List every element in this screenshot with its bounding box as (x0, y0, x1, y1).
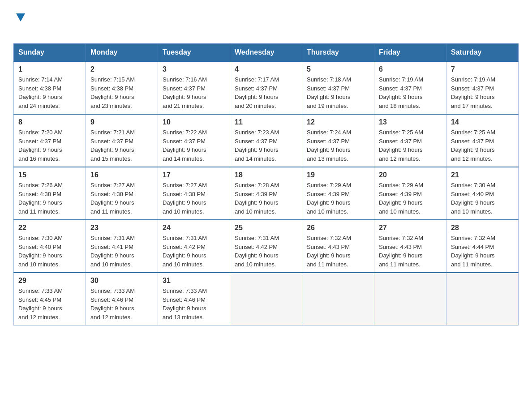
week-row-1: 1 Sunrise: 7:14 AM Sunset: 4:38 PM Dayli… (14, 61, 519, 114)
day-info: Sunrise: 7:27 AM Sunset: 4:38 PM Dayligh… (163, 181, 225, 216)
header-wednesday: Wednesday (230, 44, 302, 62)
day-info: Sunrise: 7:17 AM Sunset: 4:37 PM Dayligh… (235, 75, 297, 110)
logo (13, 13, 25, 34)
day-number: 8 (18, 118, 81, 126)
calendar-cell: 18 Sunrise: 7:28 AM Sunset: 4:39 PM Dayl… (230, 167, 302, 220)
day-number: 16 (90, 171, 153, 179)
header-thursday: Thursday (302, 44, 374, 62)
day-info: Sunrise: 7:32 AM Sunset: 4:44 PM Dayligh… (451, 234, 514, 269)
day-number: 11 (235, 118, 297, 126)
calendar-cell: 17 Sunrise: 7:27 AM Sunset: 4:38 PM Dayl… (158, 167, 230, 220)
day-info: Sunrise: 7:31 AM Sunset: 4:41 PM Dayligh… (90, 234, 153, 269)
day-info: Sunrise: 7:32 AM Sunset: 4:43 PM Dayligh… (379, 234, 442, 269)
calendar-cell: 6 Sunrise: 7:19 AM Sunset: 4:37 PM Dayli… (374, 61, 446, 114)
day-number: 6 (379, 65, 442, 73)
header-tuesday: Tuesday (158, 44, 230, 62)
calendar-cell: 14 Sunrise: 7:25 AM Sunset: 4:37 PM Dayl… (446, 114, 519, 167)
calendar-cell: 24 Sunrise: 7:31 AM Sunset: 4:42 PM Dayl… (158, 220, 230, 273)
day-number: 25 (235, 224, 297, 232)
calendar-cell: 15 Sunrise: 7:26 AM Sunset: 4:38 PM Dayl… (14, 167, 86, 220)
day-info: Sunrise: 7:26 AM Sunset: 4:38 PM Dayligh… (18, 181, 81, 216)
day-number: 21 (451, 171, 514, 179)
day-info: Sunrise: 7:30 AM Sunset: 4:40 PM Dayligh… (18, 234, 81, 269)
calendar-cell: 21 Sunrise: 7:30 AM Sunset: 4:40 PM Dayl… (446, 167, 519, 220)
day-number: 14 (451, 118, 514, 126)
header-monday: Monday (86, 44, 158, 62)
day-header-row: Sunday Monday Tuesday Wednesday Thursday… (14, 44, 519, 62)
day-info: Sunrise: 7:15 AM Sunset: 4:38 PM Dayligh… (90, 75, 153, 110)
day-info: Sunrise: 7:31 AM Sunset: 4:42 PM Dayligh… (163, 234, 225, 269)
day-number: 26 (307, 224, 369, 232)
header-sunday: Sunday (14, 44, 86, 62)
day-number: 12 (307, 118, 369, 126)
calendar-cell: 10 Sunrise: 7:22 AM Sunset: 4:37 PM Dayl… (158, 114, 230, 167)
day-number: 18 (235, 171, 297, 179)
calendar-cell (446, 273, 519, 325)
day-number: 13 (379, 118, 442, 126)
logo-line1 (13, 13, 25, 23)
calendar-cell: 25 Sunrise: 7:31 AM Sunset: 4:42 PM Dayl… (230, 220, 302, 273)
day-info: Sunrise: 7:19 AM Sunset: 4:37 PM Dayligh… (379, 75, 442, 110)
day-info: Sunrise: 7:19 AM Sunset: 4:37 PM Dayligh… (451, 75, 514, 110)
calendar-cell: 20 Sunrise: 7:29 AM Sunset: 4:39 PM Dayl… (374, 167, 446, 220)
calendar-cell (302, 273, 374, 325)
calendar-cell: 23 Sunrise: 7:31 AM Sunset: 4:41 PM Dayl… (86, 220, 158, 273)
week-row-2: 8 Sunrise: 7:20 AM Sunset: 4:37 PM Dayli… (14, 114, 519, 167)
calendar-cell: 28 Sunrise: 7:32 AM Sunset: 4:44 PM Dayl… (446, 220, 519, 273)
day-number: 3 (163, 65, 225, 73)
calendar-cell: 30 Sunrise: 7:33 AM Sunset: 4:46 PM Dayl… (86, 273, 158, 325)
week-row-4: 22 Sunrise: 7:30 AM Sunset: 4:40 PM Dayl… (14, 220, 519, 273)
day-info: Sunrise: 7:24 AM Sunset: 4:37 PM Dayligh… (307, 128, 369, 163)
calendar-cell: 29 Sunrise: 7:33 AM Sunset: 4:45 PM Dayl… (14, 273, 86, 325)
calendar-cell: 5 Sunrise: 7:18 AM Sunset: 4:37 PM Dayli… (302, 61, 374, 114)
day-info: Sunrise: 7:18 AM Sunset: 4:37 PM Dayligh… (307, 75, 369, 110)
calendar-cell: 1 Sunrise: 7:14 AM Sunset: 4:38 PM Dayli… (14, 61, 86, 114)
week-row-5: 29 Sunrise: 7:33 AM Sunset: 4:45 PM Dayl… (14, 273, 519, 325)
calendar-cell: 16 Sunrise: 7:27 AM Sunset: 4:38 PM Dayl… (86, 167, 158, 220)
day-info: Sunrise: 7:29 AM Sunset: 4:39 PM Dayligh… (307, 181, 369, 216)
calendar-cell: 13 Sunrise: 7:25 AM Sunset: 4:37 PM Dayl… (374, 114, 446, 167)
logo-arrow-icon (16, 13, 25, 21)
calendar-cell: 7 Sunrise: 7:19 AM Sunset: 4:37 PM Dayli… (446, 61, 519, 114)
day-info: Sunrise: 7:22 AM Sunset: 4:37 PM Dayligh… (163, 128, 225, 163)
day-number: 7 (451, 65, 514, 73)
day-info: Sunrise: 7:28 AM Sunset: 4:39 PM Dayligh… (235, 181, 297, 216)
day-info: Sunrise: 7:33 AM Sunset: 4:45 PM Dayligh… (18, 287, 81, 321)
calendar-cell: 11 Sunrise: 7:23 AM Sunset: 4:37 PM Dayl… (230, 114, 302, 167)
day-number: 27 (379, 224, 442, 232)
day-info: Sunrise: 7:32 AM Sunset: 4:43 PM Dayligh… (307, 234, 369, 269)
day-number: 9 (90, 118, 153, 126)
day-number: 31 (163, 277, 225, 285)
day-number: 28 (451, 224, 514, 232)
calendar-table: Sunday Monday Tuesday Wednesday Thursday… (13, 43, 519, 325)
day-info: Sunrise: 7:25 AM Sunset: 4:37 PM Dayligh… (451, 128, 514, 163)
day-number: 24 (163, 224, 225, 232)
day-number: 5 (307, 65, 369, 73)
calendar-cell: 26 Sunrise: 7:32 AM Sunset: 4:43 PM Dayl… (302, 220, 374, 273)
calendar-cell: 22 Sunrise: 7:30 AM Sunset: 4:40 PM Dayl… (14, 220, 86, 273)
day-info: Sunrise: 7:20 AM Sunset: 4:37 PM Dayligh… (18, 128, 81, 163)
day-info: Sunrise: 7:16 AM Sunset: 4:37 PM Dayligh… (163, 75, 225, 110)
day-info: Sunrise: 7:27 AM Sunset: 4:38 PM Dayligh… (90, 181, 153, 216)
day-info: Sunrise: 7:33 AM Sunset: 4:46 PM Dayligh… (90, 287, 153, 321)
calendar-cell (374, 273, 446, 325)
calendar-cell (230, 273, 302, 325)
day-number: 15 (18, 171, 81, 179)
day-number: 17 (163, 171, 225, 179)
calendar-cell: 8 Sunrise: 7:20 AM Sunset: 4:37 PM Dayli… (14, 114, 86, 167)
day-number: 19 (307, 171, 369, 179)
calendar-cell: 27 Sunrise: 7:32 AM Sunset: 4:43 PM Dayl… (374, 220, 446, 273)
day-info: Sunrise: 7:29 AM Sunset: 4:39 PM Dayligh… (379, 181, 442, 216)
week-row-3: 15 Sunrise: 7:26 AM Sunset: 4:38 PM Dayl… (14, 167, 519, 220)
calendar-header: Sunday Monday Tuesday Wednesday Thursday… (14, 44, 519, 62)
day-number: 29 (18, 277, 81, 285)
calendar-cell: 2 Sunrise: 7:15 AM Sunset: 4:38 PM Dayli… (86, 61, 158, 114)
calendar-body: 1 Sunrise: 7:14 AM Sunset: 4:38 PM Dayli… (14, 61, 519, 325)
day-info: Sunrise: 7:21 AM Sunset: 4:37 PM Dayligh… (90, 128, 153, 163)
calendar-cell: 3 Sunrise: 7:16 AM Sunset: 4:37 PM Dayli… (158, 61, 230, 114)
day-number: 20 (379, 171, 442, 179)
day-number: 23 (90, 224, 153, 232)
day-info: Sunrise: 7:14 AM Sunset: 4:38 PM Dayligh… (18, 75, 81, 110)
header-friday: Friday (374, 44, 446, 62)
day-number: 22 (18, 224, 81, 232)
